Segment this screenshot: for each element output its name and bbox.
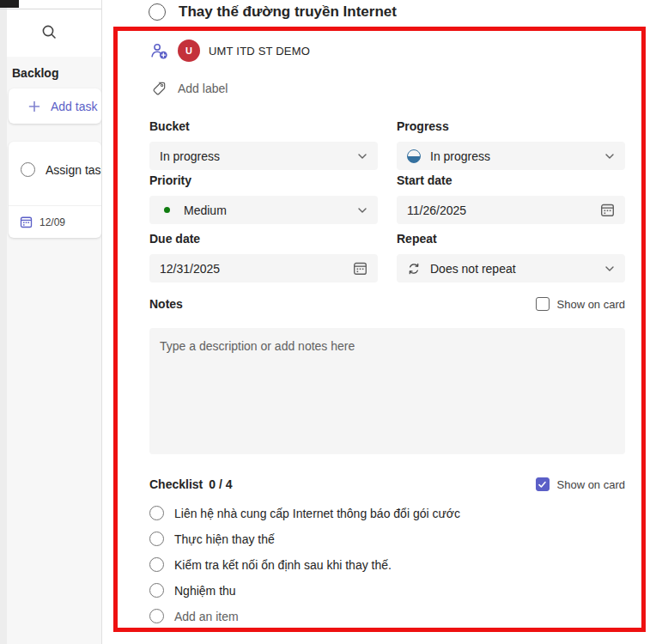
checklist-label: Checklist [149,477,203,491]
progress-value: In progress [430,149,490,163]
task-detail-panel: Thay thế đường truyền Internet U UMT ITD… [101,0,662,644]
notes-input[interactable] [149,328,625,454]
add-task-label: Add task [51,100,97,113]
checklist-item-circle[interactable] [149,583,164,598]
checklist-item-label: Liên hệ nhà cung cấp Internet thông báo … [174,507,460,520]
due-date-field[interactable]: 12/31/2025 [149,254,378,283]
bucket-dropdown[interactable]: In progress [149,142,378,170]
board-column-backlog: Backlog Add task Assign task [7,0,101,644]
left-rail [0,0,7,644]
checklist-item[interactable]: Kiểm tra kết nối ổn định sau khi thay th… [149,557,392,572]
tag-icon [151,81,167,96]
task-card[interactable]: Assign task 12/09 [9,142,101,238]
avatar[interactable]: U [178,39,200,62]
in-progress-icon [407,149,421,163]
checkbox-checked[interactable] [536,477,550,491]
checklist-item-label: Thực hiện thay thế [174,532,275,546]
checklist-add-item-label: Add an item [174,610,239,623]
priority-label: Priority [149,173,378,187]
repeat-value: Does not repeat [430,262,516,276]
repeat-icon [407,262,421,276]
priority-dropdown[interactable]: Medium [149,196,378,224]
top-divider [0,9,101,9]
board-column-title: Backlog [12,66,58,80]
start-date-label: Start date [397,173,625,187]
add-label-button[interactable]: Add label [151,81,228,96]
checklist-add-item[interactable]: Add an item [149,609,239,623]
progress-dropdown[interactable]: In progress [397,142,625,170]
priority-value: Medium [184,204,227,217]
checklist-item-label: Kiểm tra kết nối ổn định sau khi thay th… [174,558,392,572]
calendar-icon [20,216,33,228]
due-date-value: 12/31/2025 [160,262,220,276]
checklist-item-circle[interactable] [149,506,164,520]
planner-task-detail-screen: Backlog Add task Assign task [0,0,662,644]
checklist-item-label: Nghiệm thu [174,584,236,598]
notes-show-on-card-label: Show on card [557,298,626,311]
checklist-item-circle[interactable] [149,557,164,572]
chevron-down-icon [604,264,615,274]
checklist-count: 0 / 4 [209,477,232,491]
start-date-field[interactable]: 11/26/2025 [397,196,625,224]
notes-label: Notes [149,297,183,311]
checkbox-unchecked[interactable] [536,297,550,311]
add-label-text: Add label [178,82,228,95]
checklist-show-on-card-label: Show on card [557,478,626,491]
complete-task-circle[interactable] [21,162,35,177]
priority-medium-icon [164,207,170,213]
repeat-dropdown[interactable]: Does not repeat [397,254,625,283]
board-column-body: Backlog Add task Assign task [7,57,101,644]
calendar-icon[interactable] [353,261,367,276]
bucket-value: In progress [160,149,220,163]
checklist-item-circle [149,609,164,623]
start-date-value: 11/26/2025 [407,204,466,217]
chevron-down-icon [604,151,615,161]
chevron-down-icon [357,205,367,216]
assignee-name: UMT ITD ST DEMO [209,45,310,58]
checklist-item[interactable]: Liên hệ nhà cung cấp Internet thông báo … [149,506,460,520]
chevron-down-icon [357,151,367,161]
bucket-label: Bucket [149,119,378,133]
plus-icon [27,100,41,113]
add-assignee-icon[interactable] [149,41,169,61]
checklist-item-circle[interactable] [149,532,164,546]
repeat-label: Repeat [397,232,625,246]
due-date-label: Due date [149,232,378,246]
calendar-icon[interactable] [600,203,615,217]
notes-show-on-card-toggle[interactable]: Show on card [536,297,626,311]
task-card-title: Assign task [46,163,101,177]
assignee-row: U UMT ITD ST DEMO [149,39,310,62]
add-task-button[interactable]: Add task [9,88,101,124]
window-edge [0,0,19,8]
task-card-due-date: 12/09 [39,216,65,228]
progress-label: Progress [397,119,625,133]
checklist-item[interactable]: Nghiệm thu [149,583,236,598]
checklist-item[interactable]: Thực hiện thay thế [149,532,275,546]
search-icon[interactable] [40,23,58,40]
checklist-show-on-card-toggle[interactable]: Show on card [536,477,626,491]
